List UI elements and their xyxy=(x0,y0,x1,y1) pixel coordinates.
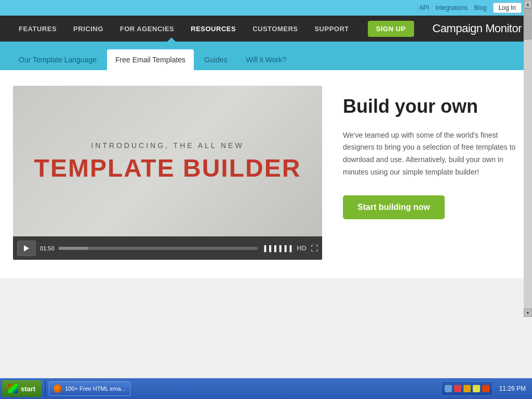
play-button[interactable] xyxy=(17,241,36,256)
start-button[interactable]: start xyxy=(2,380,42,397)
nav-item-pricing[interactable]: PRICING xyxy=(65,16,112,42)
main-navigation: FEATURES PRICING FOR AGENCIES RESOURCES … xyxy=(0,16,532,42)
main-content: INTRODUCING, THE ALL NEW TEMPLATE BUILDE… xyxy=(0,70,532,278)
tray-icon-5 xyxy=(482,385,489,392)
brand-name: Campaign Monitor xyxy=(432,22,522,35)
main-description: We've teamed up with some of the world's… xyxy=(343,129,516,179)
nav-item-support[interactable]: SUPPORT xyxy=(306,16,357,42)
tray-icon-2 xyxy=(454,385,461,392)
api-link[interactable]: API xyxy=(419,4,429,11)
video-display: INTRODUCING, THE ALL NEW TEMPLATE BUILDE… xyxy=(13,86,322,236)
right-content: Build your own We've teamed up with some… xyxy=(343,86,516,262)
video-subtitle: INTRODUCING, THE ALL NEW xyxy=(91,141,244,150)
start-building-button[interactable]: Start building now xyxy=(343,195,445,219)
taskbar-browser-item[interactable]: 100+ Free HTML ema... xyxy=(49,381,130,396)
nav-links: FEATURES PRICING FOR AGENCIES RESOURCES … xyxy=(10,16,432,42)
resources-pointer xyxy=(167,37,176,42)
fullscreen-button[interactable]: ⛶ xyxy=(311,244,318,252)
blog-link[interactable]: Blog xyxy=(474,4,487,11)
subnav-item-guides[interactable]: Guides xyxy=(196,49,235,70)
firefox-icon xyxy=(54,384,62,393)
sub-navigation: Our Template Language Free Email Templat… xyxy=(0,42,532,70)
nav-item-customers[interactable]: CUSTOMERS xyxy=(244,16,306,42)
taskbar-item-label: 100+ Free HTML ema... xyxy=(65,385,126,392)
progress-bar[interactable] xyxy=(59,247,258,250)
scroll-track[interactable] xyxy=(524,8,532,309)
nav-item-resources[interactable]: RESOURCES xyxy=(182,16,244,42)
subnav-item-free-email-templates[interactable]: Free Email Templates xyxy=(107,49,194,70)
system-tray xyxy=(441,381,493,396)
main-heading: Build your own xyxy=(343,96,516,117)
start-label: start xyxy=(21,385,35,393)
hd-badge: HD xyxy=(297,244,307,252)
taskbar-divider xyxy=(45,380,46,397)
quality-indicator: ▐▐▐▐▐▐ xyxy=(262,245,292,251)
integrations-link[interactable]: Integrations xyxy=(435,4,468,11)
signup-button[interactable]: SIGN UP xyxy=(368,21,414,37)
video-title: TEMPLATE BUILDER xyxy=(34,156,301,181)
taskbar-right: 11:26 PM xyxy=(441,381,530,396)
video-controls: 01:50 ▐▐▐▐▐▐ HD ⛶ xyxy=(13,236,322,260)
subnav-item-will-it-work[interactable]: Will it Work? xyxy=(237,49,295,70)
video-player[interactable]: INTRODUCING, THE ALL NEW TEMPLATE BUILDE… xyxy=(13,86,322,260)
progress-fill xyxy=(59,247,89,250)
tray-icon-1 xyxy=(445,385,452,392)
top-utility-bar: API Integrations Blog Log In xyxy=(0,0,532,16)
login-button[interactable]: Log In xyxy=(493,3,522,13)
windows-icon xyxy=(8,384,18,393)
scroll-down-button[interactable]: ▼ xyxy=(524,309,532,317)
scroll-thumb[interactable] xyxy=(524,8,531,39)
system-clock: 11:26 PM xyxy=(495,385,530,392)
taskbar: start 100+ Free HTML ema... 11:26 PM xyxy=(0,378,532,399)
tray-icon-3 xyxy=(463,385,471,392)
scroll-up-button[interactable]: ▲ xyxy=(524,0,532,8)
nav-item-features[interactable]: FEATURES xyxy=(10,16,65,42)
scrollbar[interactable]: ▲ ▼ xyxy=(524,0,532,317)
subnav-item-template-language[interactable]: Our Template Language xyxy=(10,49,105,70)
tray-icon-4 xyxy=(473,385,480,392)
time-display: 01:50 xyxy=(40,245,55,251)
